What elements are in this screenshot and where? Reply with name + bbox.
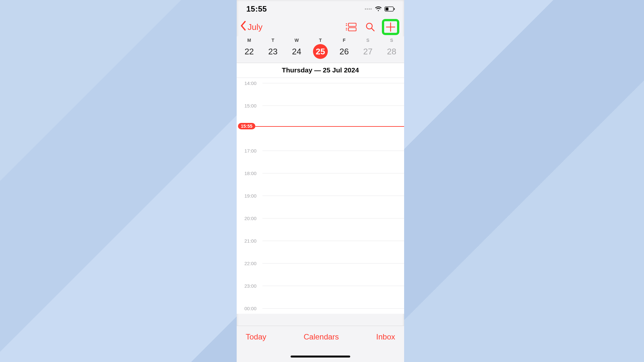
list-view-button[interactable] — [346, 23, 356, 31]
back-label: July — [248, 22, 262, 32]
hour-row — [237, 128, 404, 151]
hour-line — [262, 173, 404, 173]
week-strip: M22T23W24T25F26S27S28 — [237, 36, 404, 63]
home-indicator[interactable] — [291, 356, 350, 357]
day-of-week-label: S — [390, 38, 393, 43]
day-of-week-label: M — [247, 38, 251, 43]
hour-label: 19:00 — [244, 193, 257, 199]
today-button[interactable]: Today — [246, 332, 266, 341]
day-of-week-label: T — [319, 38, 322, 43]
hour-label: 15:00 — [244, 103, 257, 108]
cellular-dots-icon: •••• — [365, 6, 372, 12]
day-of-week-label: W — [295, 38, 299, 43]
status-bar: 15:55 •••• — [237, 0, 404, 18]
day-number: 22 — [242, 44, 257, 59]
svg-rect-2 — [394, 8, 395, 10]
hour-label: 22:00 — [244, 261, 257, 266]
day-column[interactable]: T25 — [308, 36, 332, 63]
day-column[interactable]: M22 — [237, 36, 261, 63]
svg-line-10 — [372, 28, 374, 31]
hour-row: 23:00 — [237, 286, 404, 308]
svg-rect-1 — [385, 7, 388, 10]
wifi-icon — [375, 6, 382, 12]
day-column[interactable]: T23 — [261, 36, 285, 63]
nav-toolbar: July — [237, 18, 404, 36]
calendars-button[interactable]: Calendars — [304, 332, 339, 341]
day-of-week-label: T — [271, 38, 274, 43]
add-event-button[interactable] — [382, 19, 399, 35]
day-grid[interactable]: 14:0015:0017:0018:0019:0020:0021:0022:00… — [237, 78, 404, 314]
hour-row: 21:00 — [237, 241, 404, 263]
hour-line — [262, 308, 404, 309]
hour-line — [262, 106, 404, 106]
back-button[interactable]: July — [241, 22, 262, 32]
svg-rect-3 — [348, 23, 356, 26]
selected-date-bar: Thursday — 25 Jul 2024 — [237, 63, 404, 78]
hour-row: 15:00 — [237, 106, 404, 128]
hour-line — [262, 151, 404, 151]
day-number: 24 — [289, 44, 304, 59]
day-number: 23 — [266, 44, 280, 59]
day-column[interactable]: W24 — [285, 36, 308, 63]
hour-row: 17:00 — [237, 151, 404, 173]
current-time-badge: 15:55 — [238, 123, 255, 129]
chevron-left-icon — [241, 21, 246, 32]
hour-line — [262, 218, 404, 218]
hour-row: 20:00 — [237, 218, 404, 241]
hour-label: 17:00 — [244, 148, 257, 153]
hour-line — [262, 83, 404, 83]
search-button[interactable] — [365, 22, 375, 32]
hour-line — [262, 263, 404, 264]
hour-label: 20:00 — [244, 216, 257, 221]
status-right: •••• — [365, 6, 395, 12]
battery-icon — [384, 6, 395, 12]
hour-row: 14:00 — [237, 83, 404, 106]
hour-row: 00:00 — [237, 308, 404, 314]
hour-label: 18:00 — [244, 171, 257, 176]
day-number: 25 — [313, 44, 328, 59]
day-number: 26 — [337, 44, 352, 59]
hour-label: 23:00 — [244, 283, 257, 289]
hour-line — [262, 241, 404, 241]
bottom-toolbar: Today Calendars Inbox — [237, 326, 404, 362]
day-column[interactable]: S28 — [380, 36, 403, 63]
hour-label: 00:00 — [244, 306, 257, 311]
hour-line — [262, 196, 404, 196]
status-time: 15:55 — [246, 5, 267, 14]
inbox-button[interactable]: Inbox — [376, 332, 395, 341]
hour-row: 22:00 — [237, 263, 404, 286]
hour-row: 19:00 — [237, 196, 404, 218]
hour-row: 18:00 — [237, 173, 404, 196]
day-column[interactable]: S27 — [356, 36, 380, 63]
day-column[interactable]: F26 — [332, 36, 356, 63]
day-of-week-label: S — [366, 38, 369, 43]
svg-rect-4 — [348, 28, 356, 31]
current-time-line — [255, 126, 404, 127]
day-of-week-label: F — [343, 38, 346, 43]
phone-frame: 15:55 •••• July — [237, 0, 404, 362]
hour-label: 21:00 — [244, 238, 257, 244]
day-number: 28 — [384, 44, 399, 59]
day-number: 27 — [360, 44, 375, 59]
hour-line — [262, 286, 404, 286]
hour-label: 14:00 — [244, 80, 257, 86]
